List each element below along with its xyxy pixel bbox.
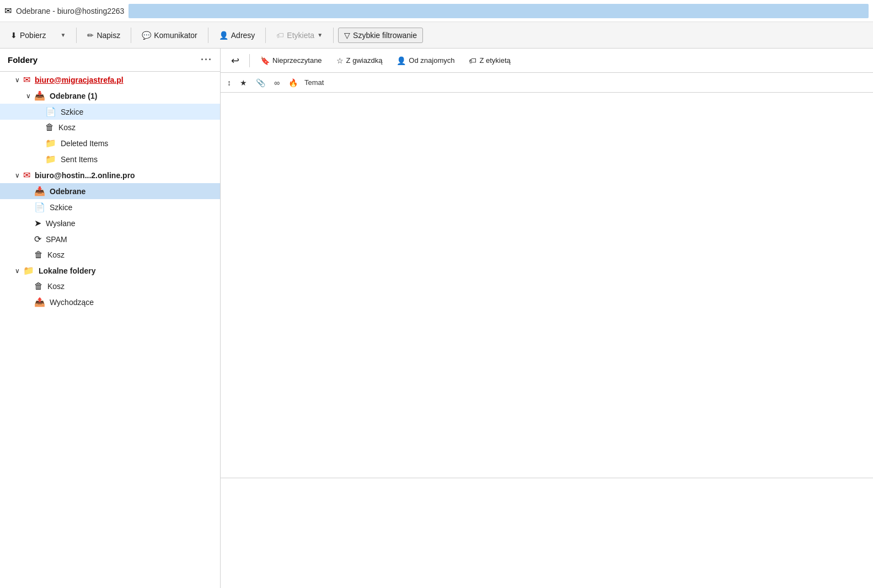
account1-mail-icon: ✉	[23, 74, 30, 85]
adresy-button[interactable]: 👤 Adresy	[213, 28, 261, 43]
pobierz-icon: ⬇	[10, 31, 17, 40]
unread-filter-label: Nieprzeczytane	[272, 56, 322, 65]
kosz1-row[interactable]: 🗑 Kosz	[0, 120, 220, 135]
filter-bar: ↩ 🔖 Nieprzeczytane ☆ Z gwiazdką 👤 Od zna…	[221, 49, 873, 73]
szybkie-filtrowanie-button[interactable]: ▽ Szybkie filtrowanie	[338, 28, 423, 43]
etykieta-icon: 🏷	[276, 31, 284, 40]
from-contact-label: Od znajomych	[409, 56, 454, 65]
etykieta-label: Etykieta	[287, 31, 314, 40]
filter-icon: ▽	[344, 31, 350, 40]
starred-filter-button[interactable]: ☆ Z gwiazdką	[330, 53, 389, 68]
wyslane2-row[interactable]: ➤ Wysłane	[0, 215, 220, 231]
star-col-icon[interactable]: ★	[238, 77, 249, 88]
lokalne-label: Lokalne foldery	[39, 266, 95, 275]
komunikator-button[interactable]: 💬 Komunikator	[136, 28, 203, 43]
odebrane1-label: Odebrane (1)	[50, 92, 97, 100]
reply-filter-icon: ↩	[231, 55, 239, 67]
tagged-label: Z etykietą	[479, 56, 510, 65]
kosz1-label: Kosz	[58, 123, 76, 132]
sent1-row[interactable]: 📁 Sent Items	[0, 151, 220, 167]
contact-filter-icon: 👤	[397, 56, 406, 65]
email-list-area	[221, 93, 873, 478]
unread-filter-button[interactable]: 🔖 Nieprzeczytane	[254, 53, 328, 68]
lokalne-row[interactable]: ∨ 📁 Lokalne foldery	[0, 263, 220, 279]
szkice2-row[interactable]: 📄 Szkice	[0, 199, 220, 215]
attach-col-icon[interactable]: 📎	[254, 77, 267, 88]
trash3-icon: 🗑	[34, 281, 43, 291]
separator-5	[333, 28, 334, 43]
subject-col-header: Temat	[304, 78, 869, 87]
draft1-icon: 📄	[45, 106, 56, 117]
expand-arrow-account1: ∨	[13, 76, 21, 84]
odebrane2-label: Odebrane	[50, 187, 85, 196]
szkice1-row[interactable]: 📄 Szkice	[0, 104, 220, 120]
spam2-label: SPAM	[46, 235, 67, 244]
from-contact-filter-button[interactable]: 👤 Od znajomych	[390, 53, 460, 68]
account1-email: biuro@migracjastrefa.pl	[35, 76, 124, 84]
reply-filter-button[interactable]: ↩	[225, 51, 245, 70]
outbox3-icon: 📤	[34, 297, 45, 307]
sort-col-icon[interactable]: ↕	[225, 77, 233, 88]
tagged-filter-button[interactable]: 🏷 Z etykietą	[463, 53, 516, 68]
odebrane1-row[interactable]: ∨ 📥 Odebrane (1)	[0, 88, 220, 104]
bookmark-filter-icon: 🔖	[260, 56, 270, 65]
pobierz-dropdown[interactable]: ▼	[54, 29, 72, 41]
expand-arrow-lokalne: ∨	[13, 267, 21, 275]
trash1-icon: 🗑	[45, 122, 54, 132]
odebrane2-row[interactable]: 📥 Odebrane	[0, 183, 220, 199]
expand-arrow-odebrane1: ∨	[24, 92, 32, 100]
trash2-icon: 🗑	[34, 250, 43, 260]
sidebar-more-button[interactable]: ···	[201, 54, 212, 66]
kosz3-row[interactable]: 🗑 Kosz	[0, 279, 220, 294]
napisz-label: Napisz	[97, 31, 120, 40]
account2-row[interactable]: ∨ ✉ biuro@hostin...2.online.pro	[0, 167, 220, 183]
adresy-icon: 👤	[219, 31, 228, 40]
dropdown-arrow: ▼	[60, 32, 66, 38]
separator-1	[76, 28, 77, 43]
column-headers: ↕ ★ 📎 ∞ 🔥 Temat	[221, 73, 873, 93]
deleted1-row[interactable]: 📁 Deleted Items	[0, 135, 220, 151]
sent1-label: Sent Items	[61, 155, 98, 164]
fire-col-icon[interactable]: 🔥	[286, 77, 300, 88]
szkice1-label: Szkice	[61, 108, 83, 116]
tag-filter-icon: 🏷	[469, 56, 476, 65]
kosz3-label: Kosz	[47, 282, 65, 291]
separator-2	[131, 28, 131, 43]
sidebar-tree: ∨ ✉ biuro@migracjastrefa.pl ∨ 📥 Odebrane…	[0, 72, 220, 588]
title-highlight	[128, 4, 869, 18]
pobierz-button[interactable]: ⬇ Pobierz	[4, 28, 52, 43]
title-text: Odebrane - biuro@hosting2263	[16, 7, 124, 15]
separator-3	[208, 28, 208, 43]
preview-pane	[221, 478, 873, 588]
spam2-row[interactable]: ⟳ SPAM	[0, 231, 220, 247]
toolbar: ⬇ Pobierz ▼ ✏ Napisz 💬 Komunikator 👤 Adr…	[0, 22, 873, 49]
szybkie-filtrowanie-label: Szybkie filtrowanie	[353, 31, 417, 40]
folder-deleted1-icon: 📁	[45, 138, 56, 148]
napisz-icon: ✏	[87, 31, 94, 40]
wyslane2-label: Wysłane	[46, 219, 76, 228]
szkice2-label: Szkice	[50, 203, 72, 212]
sidebar: Foldery ··· ∨ ✉ biuro@migracjastrefa.pl …	[0, 49, 221, 588]
adresy-label: Adresy	[231, 31, 255, 40]
draft2-icon: 📄	[34, 202, 45, 212]
account1-row[interactable]: ∨ ✉ biuro@migracjastrefa.pl	[0, 72, 220, 88]
title-bar: ✉ Odebrane - biuro@hosting2263	[0, 0, 873, 22]
komunikator-icon: 💬	[142, 31, 151, 40]
etykieta-dropdown-arrow: ▼	[317, 32, 323, 38]
star-filter-icon: ☆	[336, 56, 344, 65]
inbox2-icon: 📥	[34, 186, 45, 196]
main-layout: Foldery ··· ∨ ✉ biuro@migracjastrefa.pl …	[0, 49, 873, 588]
napisz-button[interactable]: ✏ Napisz	[81, 28, 126, 43]
sidebar-header: Foldery ···	[0, 49, 220, 72]
spam2-icon: ⟳	[34, 234, 41, 244]
starred-filter-label: Z gwiazdką	[346, 56, 383, 65]
separator-4	[265, 28, 266, 43]
pobierz-label: Pobierz	[20, 31, 46, 40]
content-area: ↩ 🔖 Nieprzeczytane ☆ Z gwiazdką 👤 Od zna…	[221, 49, 873, 588]
wychodzace3-row[interactable]: 📤 Wychodzące	[0, 294, 220, 310]
link-col-icon[interactable]: ∞	[272, 77, 282, 88]
kosz2-row[interactable]: 🗑 Kosz	[0, 247, 220, 263]
filter-separator-1	[249, 54, 250, 67]
etykieta-button[interactable]: 🏷 Etykieta ▼	[270, 28, 329, 43]
lokalne-folder-icon: 📁	[23, 265, 34, 276]
